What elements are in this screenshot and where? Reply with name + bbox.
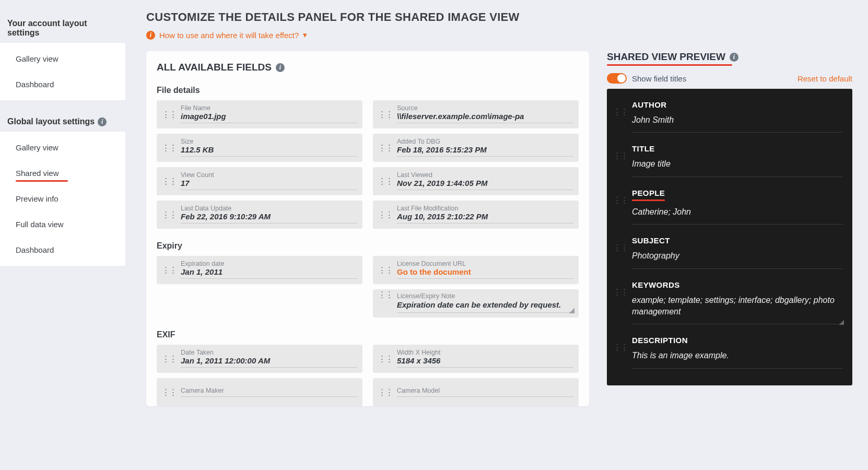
preview-value: example; template; settings; interface; … [632, 295, 843, 318]
field-body: License Document URLGo to the document [397, 260, 573, 279]
field-box[interactable]: ⋮⋮Camera Model [373, 378, 579, 406]
preview-value: Photography [632, 250, 843, 262]
drag-handle-icon[interactable]: ⋮⋮ [378, 112, 393, 116]
preview-field[interactable]: ⋮⋮TITLEImage title [613, 144, 843, 177]
field-value-link[interactable]: Go to the document [397, 267, 573, 276]
available-fields-card: ALL AVAILABLE FIELDS i File details ⋮⋮Fi… [146, 51, 589, 406]
field-body: Added To DBGFeb 18, 2016 5:15:23 PM [397, 138, 573, 157]
preview-panel: SHARED VIEW PREVIEW i Show field titles … [607, 51, 852, 385]
field-body: Last ViewedNov 21, 2019 1:44:05 PM [397, 171, 573, 190]
sidebar-item[interactable]: Dashboard [0, 72, 125, 97]
field-value: Jan 1, 2011 [181, 267, 357, 276]
drag-handle-icon[interactable]: ⋮⋮ [613, 290, 628, 293]
drag-handle-icon[interactable]: ⋮⋮ [162, 213, 177, 216]
field-label: Date Taken [181, 349, 357, 356]
show-titles-toggle[interactable] [607, 73, 627, 84]
preview-field[interactable]: ⋮⋮PEOPLECatherine; John [613, 189, 843, 225]
sidebar: Your account layout settings Gallery vie… [0, 0, 125, 470]
drag-handle-icon[interactable]: ⋮⋮ [162, 179, 177, 183]
drag-handle-icon[interactable]: ⋮⋮ [162, 268, 177, 272]
field-box[interactable]: ⋮⋮Last File ModificationAug 10, 2015 2:1… [373, 201, 579, 229]
field-body: Last Data UpdateFeb 22, 2016 9:10:29 AM [181, 205, 357, 224]
field-box[interactable]: ⋮⋮Size112.5 KB [157, 134, 362, 162]
field-body: Source\\fileserver.example.com\image-pa [397, 104, 573, 123]
field-box[interactable]: ⋮⋮File Nameimage01.jpg [157, 100, 362, 128]
drag-handle-icon[interactable]: ⋮⋮ [613, 245, 628, 249]
preview-field[interactable]: ⋮⋮SUBJECTPhotography [613, 236, 843, 268]
field-body: Date TakenJan 1, 2011 12:00:00 AM [181, 349, 357, 368]
drag-handle-icon[interactable]: ⋮⋮ [162, 390, 177, 394]
field-box[interactable]: ⋮⋮License Document URLGo to the document [373, 256, 579, 284]
drag-handle-icon[interactable]: ⋮⋮ [613, 110, 628, 113]
drag-handle-icon[interactable]: ⋮⋮ [162, 357, 177, 360]
sidebar-item[interactable]: Full data view [0, 212, 125, 237]
field-value: \\fileserver.example.com\image-pa [397, 112, 573, 121]
section-exif: EXIF [157, 330, 579, 339]
field-box[interactable]: ⋮⋮View Count17 [157, 167, 362, 195]
sidebar-item[interactable]: Gallery view [0, 135, 125, 160]
show-titles-label: Show field titles [632, 74, 686, 83]
preview-body: AUTHORJohn Smith [632, 100, 843, 133]
field-value: image01.jpg [181, 112, 357, 121]
field-box[interactable]: ⋮⋮Date TakenJan 1, 2011 12:00:00 AM [157, 345, 362, 373]
preview-label: SUBJECT [632, 236, 843, 245]
reset-to-default-link[interactable]: Reset to default [797, 74, 852, 83]
field-box[interactable]: ⋮⋮Expiration dateJan 1, 2011 [157, 256, 362, 284]
sidebar-item[interactable]: Gallery view [0, 46, 125, 72]
field-box[interactable]: ⋮⋮Added To DBGFeb 18, 2016 5:15:23 PM [373, 134, 579, 162]
main: CUSTOMIZE THE DETAILS PANEL FOR THE SHAR… [125, 0, 868, 470]
field-label: Size [181, 138, 357, 145]
field-box[interactable]: ⋮⋮Last ViewedNov 21, 2019 1:44:05 PM [373, 167, 579, 195]
sidebar-item[interactable]: Dashboard [0, 237, 125, 263]
field-value: 17 [181, 179, 357, 187]
preview-title: SHARED VIEW PREVIEW i [607, 51, 852, 63]
drag-handle-icon[interactable]: ⋮⋮ [162, 146, 177, 149]
field-box[interactable]: ⋮⋮Source\\fileserver.example.com\image-p… [373, 100, 579, 128]
sidebar-item[interactable]: Shared view [0, 160, 125, 186]
drag-handle-icon[interactable]: ⋮⋮ [162, 112, 177, 116]
drag-handle-icon[interactable]: ⋮⋮ [378, 268, 393, 272]
info-icon[interactable]: i [98, 118, 107, 126]
drag-handle-icon[interactable]: ⋮⋮ [378, 213, 393, 216]
resize-handle-icon[interactable] [839, 320, 844, 325]
preview-title-underline [607, 64, 732, 66]
info-icon[interactable]: i [730, 53, 738, 62]
field-body: Expiration dateJan 1, 2011 [181, 260, 357, 279]
field-body: Camera Model [397, 387, 573, 397]
drag-handle-icon[interactable]: ⋮⋮ [378, 357, 393, 360]
field-value: Feb 18, 2016 5:15:23 PM [397, 145, 573, 154]
field-value: 5184 x 3456 [397, 356, 573, 365]
field-label: Width X Height [397, 349, 573, 356]
field-label: Expiration date [181, 260, 357, 267]
field-box[interactable]: ⋮⋮License/Expiry NoteExpiration date can… [373, 289, 579, 318]
resize-handle-icon[interactable] [569, 308, 574, 313]
help-link[interactable]: i How to use and where it will take effe… [146, 30, 852, 40]
drag-handle-icon[interactable]: ⋮⋮ [613, 345, 628, 349]
field-value: Nov 21, 2019 1:44:05 PM [397, 179, 573, 187]
preview-value: This is an image example. [632, 350, 843, 361]
field-label: Last Data Update [181, 205, 357, 212]
field-box[interactable]: ⋮⋮Width X Height5184 x 3456 [373, 345, 579, 373]
preview-label: TITLE [632, 144, 843, 153]
drag-handle-icon[interactable]: ⋮⋮ [378, 390, 393, 394]
page-title: CUSTOMIZE THE DETAILS PANEL FOR THE SHAR… [146, 10, 852, 24]
preview-body: PEOPLECatherine; John [632, 189, 843, 225]
preview-field[interactable]: ⋮⋮DESCRIPTIONThis is an image example. [613, 336, 843, 368]
sidebar-item[interactable]: Preview info [0, 186, 125, 212]
drag-handle-icon[interactable]: ⋮⋮ [378, 292, 393, 296]
info-icon[interactable]: i [276, 63, 285, 72]
preview-body: KEYWORDSexample; template; settings; int… [632, 280, 843, 325]
drag-handle-icon[interactable]: ⋮⋮ [378, 179, 393, 183]
sidebar-global-heading: Global layout settings i [0, 114, 125, 132]
field-box[interactable]: ⋮⋮Last Data UpdateFeb 22, 2016 9:10:29 A… [157, 201, 362, 229]
preview-field[interactable]: ⋮⋮AUTHORJohn Smith [613, 100, 843, 133]
drag-handle-icon[interactable]: ⋮⋮ [613, 198, 628, 202]
field-value: Feb 22, 2016 9:10:29 AM [181, 212, 357, 221]
drag-handle-icon[interactable]: ⋮⋮ [613, 154, 628, 157]
preview-field[interactable]: ⋮⋮KEYWORDSexample; template; settings; i… [613, 280, 843, 325]
info-icon: i [146, 31, 155, 40]
field-body: Size112.5 KB [181, 138, 357, 157]
field-box[interactable]: ⋮⋮Camera Maker [157, 378, 362, 406]
field-label: Camera Model [397, 387, 573, 394]
drag-handle-icon[interactable]: ⋮⋮ [378, 146, 393, 149]
